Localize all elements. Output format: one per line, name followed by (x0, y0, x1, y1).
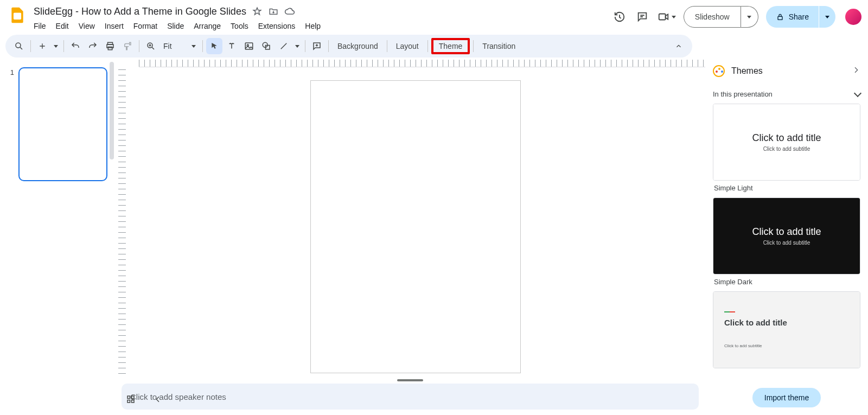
new-slide-icon[interactable] (34, 38, 50, 54)
slideshow-button[interactable]: Slideshow (684, 6, 741, 28)
new-slide-dropdown[interactable] (52, 38, 60, 54)
themes-section-toggle[interactable]: In this presentation (705, 85, 868, 101)
svg-rect-2 (778, 16, 782, 20)
comment-add-icon[interactable] (309, 38, 325, 54)
slide-stage[interactable] (126, 67, 705, 377)
user-avatar[interactable] (845, 9, 861, 25)
menu-view[interactable]: View (74, 20, 99, 33)
svg-point-3 (16, 43, 21, 48)
themes-section-label: In this presentation (713, 90, 773, 98)
theme-preview-title: Click to add title (752, 132, 821, 144)
cloud-status-icon[interactable] (284, 6, 295, 17)
slideshow-label: Slideshow (695, 12, 730, 21)
ruler-vertical (115, 67, 126, 377)
separator (30, 40, 31, 52)
theme-button[interactable]: Theme (431, 38, 470, 54)
toolbar: Fit Background Layout Theme Transition (5, 35, 692, 58)
shape-icon[interactable] (258, 38, 275, 54)
menu-help[interactable]: Help (301, 20, 325, 33)
share-dropdown[interactable] (819, 6, 835, 28)
close-panel-icon[interactable] (852, 66, 860, 77)
header-bar: SlideEgg - How to Add a Theme in Google … (0, 0, 868, 35)
filmstrip-scrollbar[interactable] (110, 62, 114, 159)
ruler-horizontal (126, 58, 705, 67)
zoom-dropdown[interactable]: Fit (160, 39, 199, 54)
paint-format-icon[interactable] (119, 38, 136, 54)
import-theme-label: Import theme (764, 393, 809, 402)
palette-icon (713, 65, 725, 77)
separator (328, 40, 329, 52)
svg-rect-1 (659, 14, 666, 20)
zoom-icon[interactable] (143, 38, 159, 54)
theme-preview-subtitle: Click to add subtitle (763, 146, 810, 152)
themes-list: Click to add title Click to add subtitle… (705, 101, 868, 380)
menu-file[interactable]: File (29, 20, 50, 33)
theme-preview-subtitle: Click to add subtitle (763, 240, 810, 246)
import-theme-button[interactable]: Import theme (752, 388, 821, 407)
share-label: Share (789, 12, 809, 21)
theme-card-streamline[interactable]: Click to add title Click to add subtitle (713, 291, 860, 368)
select-tool-icon[interactable] (206, 38, 222, 54)
prev-slide-icon[interactable] (151, 392, 165, 406)
menu-edit[interactable]: Edit (52, 20, 73, 33)
undo-icon[interactable] (67, 38, 84, 54)
slide-canvas[interactable] (310, 80, 521, 373)
grid-view-icon[interactable] (124, 392, 138, 406)
filmstrip: 1 (0, 58, 115, 415)
slides-logo[interactable] (7, 4, 28, 26)
theme-preview-title: Click to add title (752, 226, 821, 238)
print-icon[interactable] (102, 38, 118, 54)
document-title[interactable]: SlideEgg - How to Add a Theme in Google … (31, 6, 246, 17)
history-icon[interactable] (612, 9, 627, 24)
separator (305, 40, 305, 52)
slide-thumbnail[interactable] (18, 67, 107, 181)
menu-insert[interactable]: Insert (100, 20, 128, 33)
separator (202, 40, 203, 52)
transition-button[interactable]: Transition (477, 38, 521, 54)
menu-format[interactable]: Format (129, 20, 162, 33)
image-icon[interactable] (241, 38, 257, 54)
speaker-notes[interactable]: Click to add speaker notes (122, 384, 699, 410)
search-menu-icon[interactable] (11, 38, 27, 54)
theme-preview-subtitle: Click to add subtitle (724, 343, 762, 348)
themes-panel: Themes In this presentation Click to add… (705, 58, 868, 415)
slide-number: 1 (8, 67, 14, 181)
menu-extensions[interactable]: Extensions (254, 20, 299, 33)
textbox-icon[interactable] (224, 38, 240, 54)
menu-slide[interactable]: Slide (163, 20, 188, 33)
accent-bar (724, 311, 735, 312)
lock-icon (776, 12, 784, 21)
svg-rect-14 (127, 400, 130, 403)
theme-name: Simple Light (713, 181, 860, 193)
redo-icon[interactable] (85, 38, 101, 54)
line-icon[interactable] (276, 38, 292, 54)
separator (63, 40, 64, 52)
zoom-label: Fit (163, 42, 172, 50)
svg-rect-8 (245, 43, 253, 49)
theme-card-simple-light[interactable]: Click to add title Click to add subtitle (713, 104, 860, 181)
comments-icon[interactable] (635, 9, 650, 24)
separator (473, 40, 474, 52)
svg-rect-12 (127, 396, 130, 399)
theme-name: Simple Dark (713, 274, 860, 287)
menu-bar: File Edit View Insert Format Slide Arran… (29, 18, 612, 34)
themes-title: Themes (731, 66, 845, 76)
move-folder-icon[interactable] (268, 6, 279, 17)
svg-rect-15 (132, 400, 135, 403)
slideshow-dropdown[interactable] (741, 6, 758, 28)
theme-preview-title: Click to add title (724, 318, 787, 327)
star-icon[interactable] (252, 6, 263, 17)
theme-card-simple-dark[interactable]: Click to add title Click to add subtitle (713, 197, 860, 274)
share-button[interactable]: Share (766, 6, 819, 28)
notes-resizer[interactable] (115, 377, 705, 384)
menu-arrange[interactable]: Arrange (189, 20, 225, 33)
menu-tools[interactable]: Tools (226, 20, 253, 33)
separator (427, 40, 428, 52)
svg-rect-13 (132, 396, 135, 399)
collapse-toolbar-icon[interactable] (671, 38, 687, 54)
layout-button[interactable]: Layout (391, 38, 424, 54)
line-dropdown[interactable] (293, 38, 302, 54)
background-button[interactable]: Background (332, 38, 384, 54)
separator (387, 40, 387, 52)
meet-icon[interactable] (658, 9, 676, 24)
